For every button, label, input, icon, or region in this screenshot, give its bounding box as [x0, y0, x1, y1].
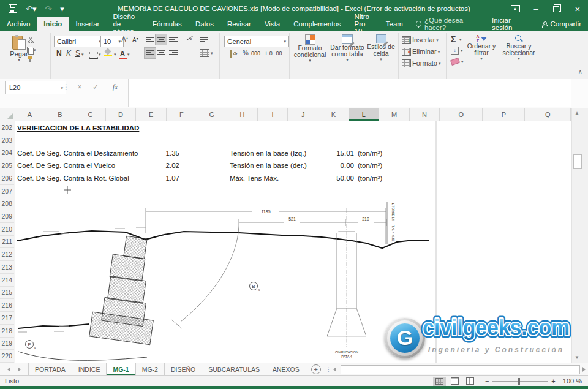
italic-button[interactable]: K	[66, 49, 71, 58]
ribbon-tab-inicio[interactable]: Inicio	[37, 17, 69, 31]
ribbon-tab-vista[interactable]: Vista	[258, 17, 287, 31]
sheet-tab-portada[interactable]: PORTADA	[28, 363, 72, 376]
normal-view-icon[interactable]	[433, 377, 446, 386]
align-bottom-icon[interactable]	[168, 34, 179, 45]
sign-in-button[interactable]: Iniciar sesión	[485, 17, 535, 31]
ribbon-tab-diseño-de-página[interactable]: Diseño de página	[106, 17, 146, 31]
comma-style-icon[interactable]: 000	[251, 50, 260, 56]
column-header-M[interactable]: M	[379, 108, 410, 121]
font-name-select[interactable]: Calibri▾	[54, 36, 104, 47]
tab-split-handle[interactable]: ⋮	[326, 366, 331, 372]
scroll-up-icon[interactable]: ▲	[575, 110, 579, 116]
customize-qat-icon[interactable]: ▾	[60, 5, 64, 13]
format-painter-button[interactable]	[27, 55, 38, 64]
redo-icon[interactable]: ↷	[45, 5, 51, 13]
increase-decimal-icon[interactable]: +.0	[265, 50, 273, 56]
page-layout-view-icon[interactable]	[448, 376, 461, 386]
horizontal-scroll-thumb[interactable]	[341, 365, 580, 374]
vertical-scroll-thumb[interactable]	[573, 154, 582, 169]
sheet-tab-mg-1[interactable]: MG-1	[107, 363, 135, 376]
underline-button[interactable]: S	[75, 49, 80, 58]
bold-button[interactable]: N	[56, 49, 62, 58]
column-header-B[interactable]: B	[45, 108, 76, 121]
column-header-F[interactable]: F	[167, 108, 197, 121]
column-header-D[interactable]: D	[106, 108, 137, 121]
column-header-J[interactable]: J	[288, 108, 318, 121]
hscroll-right-icon[interactable]	[582, 367, 586, 372]
cut-button[interactable]	[27, 36, 38, 44]
tab-archivo[interactable]: Archivo	[0, 17, 37, 31]
clear-icon[interactable]	[450, 58, 460, 66]
ribbon-tab-nitro-pro-10[interactable]: Nitro Pro 10	[348, 17, 379, 31]
wrap-text-icon[interactable]	[198, 34, 209, 45]
conditional-formatting-button[interactable]: Formato condicional▾	[293, 34, 327, 62]
insert-function-icon[interactable]: fx	[108, 81, 123, 93]
merge-center-icon[interactable]	[200, 49, 209, 57]
insert-cells-button[interactable]: + Insertar▾	[402, 36, 441, 44]
sheet-tab-mg-2[interactable]: MG-2	[136, 363, 165, 376]
share-button[interactable]: Compartir	[535, 17, 588, 31]
number-format-select[interactable]: General▾	[224, 36, 289, 47]
name-box[interactable]: L20▾	[5, 81, 66, 94]
close-button[interactable]: ×	[567, 0, 588, 17]
align-middle-icon[interactable]	[156, 34, 167, 45]
align-left-icon[interactable]	[145, 48, 156, 58]
borders-icon[interactable]	[89, 50, 98, 59]
column-header-H[interactable]: H	[227, 108, 258, 121]
ribbon-tab-team[interactable]: Team	[379, 17, 410, 31]
cancel-icon[interactable]: ×	[74, 81, 86, 93]
zoom-slider[interactable]	[492, 381, 548, 382]
sheet-tab-diseño[interactable]: DISEÑO	[165, 363, 202, 376]
decrease-font-icon[interactable]: A▾	[132, 36, 138, 43]
accounting-format-icon[interactable]	[230, 50, 232, 58]
font-color-icon[interactable]: A	[120, 50, 125, 57]
column-header-A[interactable]: A	[15, 108, 45, 121]
undo-icon[interactable]: ↶▾	[26, 5, 36, 13]
fill-icon[interactable]: ↓	[451, 47, 459, 55]
column-header-N[interactable]: N	[410, 108, 440, 121]
column-header-G[interactable]: G	[197, 108, 228, 121]
minimize-button[interactable]: –	[526, 0, 546, 17]
prev-sheet-icon[interactable]	[7, 367, 10, 372]
hscroll-left-icon[interactable]	[333, 367, 336, 372]
page-break-view-icon[interactable]	[464, 376, 477, 386]
formula-input[interactable]	[128, 79, 571, 107]
format-cells-button[interactable]: Formato▾	[402, 59, 441, 67]
align-center-icon[interactable]	[156, 48, 167, 58]
format-as-table-button[interactable]: Dar formato como tabla▾	[330, 34, 365, 62]
percent-icon[interactable]: %	[243, 49, 249, 56]
cell-styles-button[interactable]: Estilos de celda▾	[366, 34, 396, 61]
column-header-K[interactable]: K	[318, 108, 349, 121]
scroll-down-icon[interactable]: ▼	[575, 355, 579, 360]
sheet-tab-anexos[interactable]: ANEXOS	[266, 363, 306, 376]
sheet-tab-subcaratulas[interactable]: SUBCARATULAS	[202, 363, 266, 376]
align-top-icon[interactable]	[145, 34, 156, 45]
column-header-L[interactable]: L	[349, 108, 380, 121]
zoom-out-icon[interactable]: −	[485, 377, 489, 385]
ribbon-display-options-icon[interactable]: ▴	[505, 0, 526, 17]
sort-filter-button[interactable]: AZ Ordenar y filtrar▾	[466, 34, 497, 61]
sheet-tab-indice[interactable]: INDICE	[72, 363, 107, 376]
column-header-Q[interactable]: Q	[525, 108, 571, 121]
new-sheet-button[interactable]: +	[311, 364, 321, 374]
font-size-select[interactable]: 10▾	[100, 36, 124, 47]
select-all-corner[interactable]	[0, 108, 15, 121]
ribbon-tab-revisar[interactable]: Revisar	[221, 17, 258, 31]
column-header-I[interactable]: I	[258, 108, 288, 121]
autosum-icon[interactable]: Σ	[451, 35, 456, 43]
zoom-in-icon[interactable]: +	[551, 377, 555, 385]
column-header-P[interactable]: P	[483, 108, 525, 121]
sheet-grid[interactable]: 2022032042052062072082092102112122132142…	[0, 121, 588, 363]
ribbon-tab-fórmulas[interactable]: Fórmulas	[146, 17, 189, 31]
enter-icon[interactable]: ✓	[89, 81, 102, 93]
copy-button[interactable]: ▾	[27, 45, 38, 54]
ribbon-tab-insertar[interactable]: Insertar	[69, 17, 106, 31]
tell-me-box[interactable]: ¿Qué desea hacer?	[410, 17, 485, 31]
decrease-decimal-icon[interactable]: .00	[274, 50, 282, 56]
column-header-C[interactable]: C	[75, 108, 106, 121]
find-select-button[interactable]: Buscar y seleccionar▾	[500, 34, 538, 61]
column-header-E[interactable]: E	[136, 108, 167, 121]
align-right-icon[interactable]	[168, 48, 179, 58]
underline-dropdown[interactable]: ▾	[81, 52, 84, 56]
next-sheet-icon[interactable]	[18, 367, 21, 372]
